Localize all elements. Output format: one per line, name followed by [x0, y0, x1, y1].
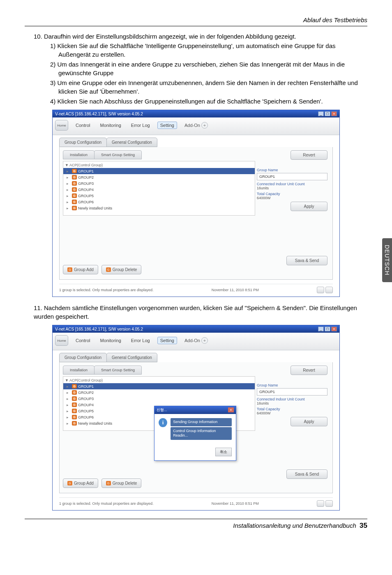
status-icon-2[interactable] [325, 500, 333, 507]
status-message: 1 group is selected. Only mutual propert… [59, 288, 154, 292]
group-name-input[interactable]: GROUP1 [257, 173, 327, 180]
home-button[interactable]: Home [55, 335, 68, 346]
tree-panel[interactable]: ▼ ACP(Control Group) ▸GGROUP1 ▸GGROUP2 ▸… [63, 161, 255, 216]
nav-monitoring[interactable]: Monitoring [97, 122, 123, 129]
status-icon-2[interactable] [325, 287, 333, 293]
plus-icon: + [201, 122, 208, 129]
page-number: 35 [360, 522, 367, 529]
group-icon: G [72, 384, 77, 389]
group-icon: G [72, 421, 77, 426]
screenshot-2: V-net ACS [165.186.42.171], S/W version … [52, 325, 340, 511]
group-name-input[interactable]: GROUP1 [257, 388, 327, 396]
tree-group5[interactable]: ▸GGROUP5 [63, 193, 255, 199]
tree-root[interactable]: ▼ ACP(Control Group) [63, 377, 255, 383]
group-delete-button[interactable]: GGroup Delete [101, 478, 141, 488]
nav-control[interactable]: Control [73, 122, 92, 129]
tab-smart-group[interactable]: Smart Group Setting [94, 150, 142, 159]
language-tab: DEUTSCH [382, 238, 392, 282]
apply-button[interactable]: Apply [291, 202, 327, 211]
group-icon: G [106, 267, 111, 272]
tree-group6[interactable]: ▸GGROUP6 [63, 199, 255, 205]
nav-errorlog[interactable]: Error Log [129, 337, 152, 344]
close-icon[interactable]: × [331, 327, 337, 331]
dialog-close-icon[interactable]: × [228, 407, 234, 412]
tree-group3[interactable]: ▸GGROUP3 [63, 180, 255, 186]
tree-newly-installed[interactable]: ▸GNewly installed Units [63, 205, 255, 211]
connected-count-label: Connected Indoor Unit Count [257, 182, 327, 186]
nav-monitoring[interactable]: Monitoring [97, 337, 123, 344]
group-name-label: Group Name [257, 383, 327, 387]
tab-installation[interactable]: Installation [63, 366, 95, 375]
group-icon: G [72, 396, 77, 401]
apply-button[interactable]: Apply [291, 417, 327, 426]
nav-setting[interactable]: Setting [157, 337, 177, 344]
group-icon: G [72, 169, 77, 173]
group-name-label: Group Name [257, 168, 327, 172]
step-10-1: 1) Klicken Sie auf die Schaltfläche 'Int… [50, 41, 367, 59]
nav-control[interactable]: Control [73, 337, 92, 344]
total-capacity-value: 64000W [257, 196, 327, 200]
progress-dialog: 진행... × i Sending Group Information Cont… [154, 406, 236, 461]
tab-general-config[interactable]: General Configuration [106, 353, 157, 362]
total-capacity-label: Total Capacity [257, 407, 327, 411]
status-time: November 11, 2010 8:51 PM [212, 288, 259, 292]
nav-errorlog[interactable]: Error Log [129, 122, 152, 129]
dialog-cancel-button[interactable]: 취소 [215, 448, 232, 456]
dialog-line2: Control Group Information Readin... [171, 427, 232, 440]
group-icon: G [72, 175, 77, 179]
group-add-button[interactable]: GGroup Add [63, 265, 98, 274]
info-icon: i [159, 418, 167, 427]
step-10-3: 3) Um eine Gruppe oder ein Innengerät um… [50, 78, 367, 96]
tree-group1[interactable]: ▸GGROUP1 [63, 168, 255, 174]
status-time: November 11, 2010 8:51 PM [212, 501, 259, 506]
page-footer: Installationsanleitung und Benutzerhandb… [25, 519, 367, 530]
window-title: V-net ACS [165.186.42.171], S/W version … [55, 112, 143, 116]
nav-addon[interactable]: Add-On + [184, 337, 208, 344]
group-icon: G [72, 181, 77, 186]
tab-general-config[interactable]: General Configuration [106, 138, 157, 147]
step-10-text: 10. Daraufhin wird der Einstellungsbilds… [34, 32, 367, 41]
tab-installation[interactable]: Installation [63, 150, 95, 159]
group-delete-button[interactable]: GGroup Delete [101, 265, 141, 274]
status-icon-1[interactable] [317, 287, 324, 293]
tree-group4[interactable]: ▸GGROUP4 [63, 186, 255, 193]
step-10-4: 4) Klicken Sie nach Abschluss der Gruppe… [50, 97, 367, 106]
tab-group-config[interactable]: Group Configuration [59, 353, 107, 362]
tree-group2[interactable]: ▸GGROUP2 [63, 174, 255, 180]
group-icon: G [72, 415, 77, 419]
tree-group2[interactable]: ▸GGROUP2 [63, 389, 255, 396]
group-icon: G [67, 267, 72, 272]
minimize-icon[interactable]: _ [318, 111, 324, 116]
group-add-button[interactable]: GGroup Add [63, 478, 98, 488]
tree-group3[interactable]: ▸GGROUP3 [63, 396, 255, 402]
nav-setting[interactable]: Setting [157, 122, 177, 129]
plus-icon: + [201, 337, 208, 344]
close-icon[interactable]: × [331, 111, 337, 116]
status-icon-1[interactable] [317, 500, 324, 507]
tab-group-config[interactable]: Group Configuration [59, 138, 107, 147]
window-title-bar: V-net ACS [165.186.42.171], S/W version … [53, 110, 339, 117]
tree-root[interactable]: ▼ ACP(Control Group) [63, 161, 255, 168]
revert-button[interactable]: Revert [291, 366, 327, 375]
revert-button[interactable]: Revert [291, 150, 327, 160]
group-icon: G [72, 390, 77, 395]
maximize-icon[interactable]: □ [325, 327, 330, 331]
section-header: Ablauf des Testbetriebs [25, 16, 367, 26]
maximize-icon[interactable]: □ [325, 111, 330, 116]
tree-group1[interactable]: ▸GGROUP1 [63, 383, 255, 389]
total-capacity-label: Total Capacity [257, 192, 327, 196]
connected-count-label: Connected Indoor Unit Count [257, 397, 327, 401]
group-icon: G [67, 481, 72, 485]
minimize-icon[interactable]: _ [318, 327, 324, 331]
save-send-button[interactable]: Sava & Send [286, 256, 327, 265]
home-button[interactable]: Home [55, 120, 68, 131]
group-icon: G [72, 193, 77, 198]
window2-title-bar: V-net ACS [165.186.42.171], S/W version … [53, 325, 339, 333]
group-icon: G [72, 200, 77, 204]
group-icon: G [106, 481, 111, 485]
save-send-button[interactable]: Sava & Send [286, 469, 327, 479]
step-11-text: 11. Nachdem sämtliche Einstellungen vorg… [34, 304, 367, 321]
group-icon: G [72, 409, 77, 413]
tab-smart-group[interactable]: Smart Group Setting [94, 366, 142, 375]
nav-addon[interactable]: Add-On + [184, 122, 208, 129]
